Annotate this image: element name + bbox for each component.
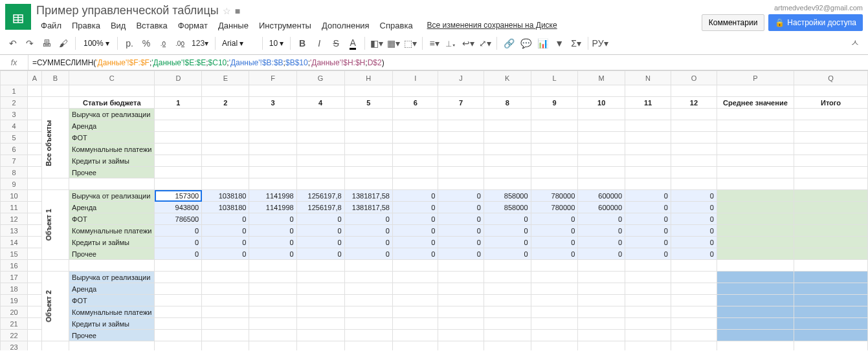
data-cell[interactable]: 786500 [155, 213, 202, 225]
data-cell[interactable] [671, 120, 717, 132]
cell[interactable] [249, 85, 296, 97]
data-cell[interactable] [202, 155, 249, 167]
document-title[interactable]: Пример управленческой таблицы [36, 4, 219, 17]
data-cell[interactable] [155, 330, 202, 341]
cell[interactable] [531, 85, 578, 97]
cell[interactable] [28, 306, 42, 318]
strike-button[interactable]: S [328, 36, 344, 51]
data-cell[interactable] [625, 132, 671, 144]
data-cell[interactable] [438, 330, 484, 341]
data-cell[interactable] [249, 306, 296, 318]
row-header-21[interactable]: 21 [1, 318, 28, 330]
data-cell[interactable] [578, 167, 625, 178]
comments-button[interactable]: Комментарии [702, 14, 765, 31]
cell[interactable] [794, 260, 867, 272]
category-cell[interactable]: Коммунальные платежи [69, 225, 155, 237]
cell[interactable] [484, 85, 531, 97]
cell[interactable] [484, 341, 531, 351]
select-all-corner[interactable] [1, 71, 28, 85]
cell[interactable] [438, 178, 484, 190]
data-cell[interactable]: 0 [531, 213, 578, 225]
data-cell[interactable] [249, 120, 296, 132]
data-cell[interactable] [484, 155, 531, 167]
data-cell[interactable] [202, 306, 249, 318]
row-header-5[interactable]: 5 [1, 132, 28, 144]
row-header-12[interactable]: 12 [1, 213, 28, 225]
data-cell[interactable]: 0 [484, 225, 531, 237]
cell[interactable] [249, 341, 296, 351]
cell[interactable] [578, 341, 625, 351]
cell[interactable] [296, 178, 344, 190]
column-header-E[interactable]: E [202, 71, 249, 85]
data-cell[interactable] [578, 120, 625, 132]
row-header-3[interactable]: 3 [1, 109, 28, 120]
cell[interactable] [625, 260, 671, 272]
cell[interactable] [41, 341, 69, 351]
cell[interactable] [717, 341, 794, 351]
data-cell[interactable]: 0 [296, 248, 344, 260]
data-cell[interactable]: 0 [484, 237, 531, 248]
cell[interactable] [531, 178, 578, 190]
halign-button[interactable]: ≡▾ [427, 36, 442, 51]
cell[interactable] [28, 330, 42, 341]
data-cell[interactable]: 0 [296, 213, 344, 225]
data-cell[interactable]: 1141998 [249, 202, 296, 213]
row-header-8[interactable]: 8 [1, 167, 28, 178]
data-cell[interactable] [531, 132, 578, 144]
header-month-4[interactable]: 4 [296, 97, 344, 109]
data-cell[interactable]: 0 [392, 213, 438, 225]
data-cell[interactable] [625, 144, 671, 155]
column-header-N[interactable]: N [625, 71, 671, 85]
data-cell[interactable]: 0 [202, 237, 249, 248]
cell[interactable] [69, 341, 155, 351]
data-cell[interactable] [202, 330, 249, 341]
data-cell[interactable] [625, 295, 671, 306]
cell[interactable] [717, 260, 794, 272]
data-cell[interactable] [202, 132, 249, 144]
cell[interactable] [296, 341, 344, 351]
data-cell[interactable] [344, 132, 392, 144]
share-button[interactable]: 🔒Настройки доступа [768, 14, 863, 31]
data-cell[interactable] [671, 144, 717, 155]
data-cell[interactable] [344, 283, 392, 295]
cell[interactable] [438, 260, 484, 272]
data-cell[interactable] [296, 167, 344, 178]
avg-cell[interactable] [717, 155, 794, 167]
data-cell[interactable]: 600000 [578, 202, 625, 213]
header-month-8[interactable]: 8 [484, 97, 531, 109]
cell[interactable] [392, 85, 438, 97]
rotate-button[interactable]: ⤢▾ [477, 36, 493, 51]
cell[interactable] [28, 295, 42, 306]
data-cell[interactable]: 1256197,8 [296, 190, 344, 202]
category-cell[interactable]: Выручка от реализации [69, 109, 155, 120]
cell[interactable] [155, 341, 202, 351]
cell[interactable] [202, 85, 249, 97]
data-cell[interactable]: 0 [392, 190, 438, 202]
data-cell[interactable] [578, 272, 625, 283]
data-cell[interactable] [249, 283, 296, 295]
data-cell[interactable] [578, 144, 625, 155]
avg-cell[interactable] [717, 237, 794, 248]
total-cell[interactable] [794, 272, 867, 283]
data-cell[interactable] [344, 167, 392, 178]
menu-справка[interactable]: Справка [375, 19, 417, 32]
row-header-15[interactable]: 15 [1, 248, 28, 260]
column-header-C[interactable]: C [69, 71, 155, 85]
data-cell[interactable]: 0 [671, 202, 717, 213]
cell[interactable] [578, 85, 625, 97]
data-cell[interactable]: 0 [249, 213, 296, 225]
data-cell[interactable] [531, 306, 578, 318]
row-header-2[interactable]: 2 [1, 97, 28, 109]
data-cell[interactable] [392, 283, 438, 295]
data-cell[interactable] [531, 272, 578, 283]
cell[interactable] [438, 341, 484, 351]
avg-cell[interactable] [717, 190, 794, 202]
data-cell[interactable]: 0 [202, 248, 249, 260]
total-cell[interactable] [794, 306, 867, 318]
data-cell[interactable]: 0 [438, 190, 484, 202]
data-cell[interactable]: 0 [484, 213, 531, 225]
cell[interactable] [625, 178, 671, 190]
data-cell[interactable] [438, 295, 484, 306]
category-cell[interactable]: Прочее [69, 330, 155, 341]
data-cell[interactable]: 1256197,8 [296, 202, 344, 213]
